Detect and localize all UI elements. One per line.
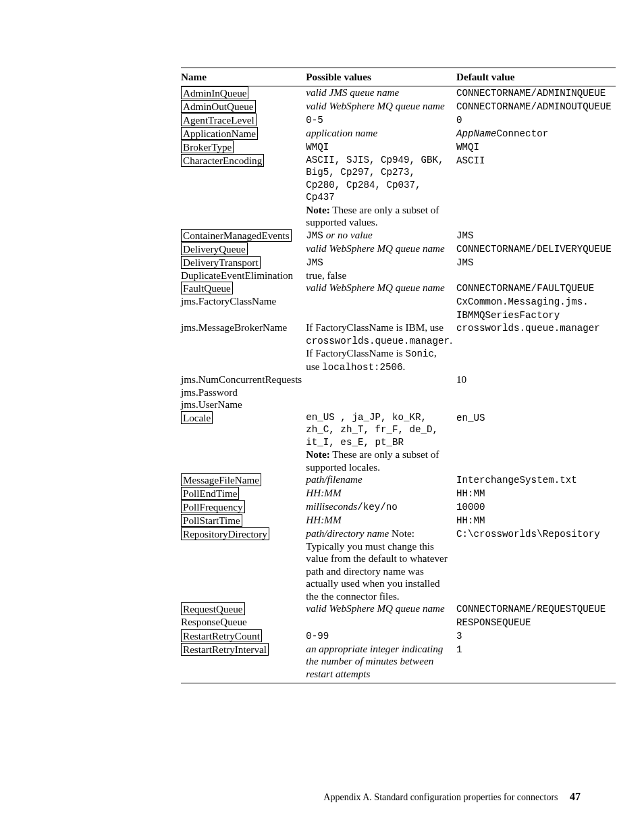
table-row: AdminOutQueuevalid WebSphere MQ queue na… [181,100,616,113]
cell-def: InterchangeSystem.txt [456,473,616,487]
cell-vals: milliseconds/key/no [306,500,456,514]
text-run: valid WebSphere MQ queue name [306,602,445,614]
text-run: 10 [456,373,466,385]
cell-def [456,398,616,411]
cell-def: JMS [456,229,616,242]
text-run: /key/no [357,502,398,513]
cell-vals: true, false [306,269,456,282]
text-run: milliseconds [306,500,357,512]
cell-vals: valid WebSphere MQ queue name [306,602,456,616]
cell-name: AdminOutQueue [181,100,306,113]
property-link[interactable]: FaultQueue [181,282,233,294]
text-run: 0 [456,115,462,126]
property-link[interactable]: ApplicationName [181,127,258,140]
cell-def: 3 [456,629,616,643]
cell-def: crossworlds.queue.manager [456,321,616,373]
text-run: jms.NumConcurrentRequests [181,373,302,385]
text-run: JMS [456,230,474,241]
cell-def: en_US [456,411,616,474]
table-row: Localeen_US , ja_JP, ko_KR, zh_C, zh_T, … [181,411,616,474]
text-run: jms.MessageBrokerName [181,321,287,333]
property-link[interactable]: DeliveryTransport [181,256,261,269]
text-run: CONNECTORNAME/ADMININQUEUE [456,88,606,99]
text-run: an appropriate integer indicating the nu… [306,643,443,679]
text-run: jms.FactoryClassName [181,295,276,307]
property-link[interactable]: ContainerManagedEvents [181,229,292,242]
text-run: jms.UserName [181,398,242,410]
cell-name: ApplicationName [181,127,306,140]
property-link[interactable]: AgentTraceLevel [181,113,257,126]
property-link[interactable]: PollStartTime [181,514,242,527]
property-link[interactable]: RestartRetryInterval [181,643,269,656]
property-link[interactable]: PollFrequency [181,500,245,513]
property-link[interactable]: RestartRetryCount [181,629,262,642]
cell-def: CONNECTORNAME/FAULTQUEUE [456,282,616,295]
text-run: or no value [323,229,373,240]
table-row: jms.MessageBrokerNameIf FactoryClassName… [181,321,616,373]
cell-def: CONNECTORNAME/ADMINOUTQUEUE [456,100,616,113]
cell-def: CONNECTORNAME/DELIVERYQUEUE [456,242,616,256]
cell-def: WMQI [456,140,616,154]
table-row: DuplicateEventEliminationtrue, false [181,269,616,282]
text-run: HH:MM [456,488,485,499]
table-row: BrokerTypeWMQIWMQI [181,140,616,154]
text-run: jms.Password [181,386,238,398]
text-run: WMQI [456,142,479,153]
property-link[interactable]: DeliveryQueue [181,242,248,255]
text-run: CONNECTORNAME/ADMINOUTQUEUE [456,101,612,112]
col-header-default: Default value [456,68,616,86]
cell-name: PollEndTime [181,487,306,500]
table-row: CharacterEncodingASCII, SJIS, Cp949, GBK… [181,154,616,229]
table-row: AdminInQueuevalid JMS queue nameCONNECTO… [181,86,616,100]
cell-name: MessageFileName [181,473,306,487]
text-run: 0-99 [306,631,329,642]
property-link[interactable]: Locale [181,411,213,424]
cell-def: 10 [456,373,616,386]
table-row: PollEndTimeHH:MMHH:MM [181,487,616,500]
cell-name: RestartRetryInterval [181,643,306,683]
cell-def [456,386,616,399]
property-link[interactable]: AdminOutQueue [181,100,256,113]
text-run: en_US [456,413,485,423]
property-link[interactable]: CharacterEncoding [181,154,264,167]
table-row: DeliveryTransportJMSJMS [181,256,616,269]
table-row: RestartRetryCount0-993 [181,629,616,643]
cell-def: CONNECTORNAME/ADMININQUEUE [456,86,616,100]
cell-name: Locale [181,411,306,474]
text-run: C:\crossworlds\Repository [456,529,600,540]
property-link[interactable]: RepositoryDirectory [181,527,269,540]
cell-def: HH:MM [456,487,616,500]
text-run: JMS [456,257,474,268]
text-run: localhost:2506 [322,362,402,373]
property-link[interactable]: MessageFileName [181,473,261,486]
property-link[interactable]: RequestQueue [181,602,245,615]
cell-vals [306,616,456,629]
text-run: HH:MM [306,487,341,498]
property-link[interactable]: PollEndTime [181,487,239,500]
text-run: AppName [456,128,497,139]
text-run: CONNECTORNAME/FAULTQUEUE [456,283,594,294]
text-run: HH:MM [306,514,341,525]
text-run: valid JMS queue name [306,86,399,98]
cell-vals: HH:MM [306,514,456,527]
footer-text: Appendix A. Standard configuration prope… [323,792,558,802]
cell-def: CONNECTORNAME/REQUESTQUEUE [456,602,616,616]
text-run: InterchangeSystem.txt [456,475,577,486]
text-run: JMS [306,230,323,241]
cell-name: RepositoryDirectory [181,527,306,602]
table-header-row: Name Possible values Default value [181,68,616,86]
cell-name: PollStartTime [181,514,306,527]
cell-name: jms.MessageBrokerName [181,321,306,373]
table-row: jms.FactoryClassNameCxCommon.Messaging.j… [181,295,616,321]
cell-vals: 0-5 [306,113,456,127]
cell-vals: JMS or no value [306,229,456,242]
cell-def: HH:MM [456,514,616,527]
property-link[interactable]: BrokerType [181,140,234,153]
text-run: path/filename [306,473,363,485]
property-link[interactable]: AdminInQueue [181,86,248,99]
text-run: crossworlds.queue.manager [306,336,450,346]
table-row: PollStartTimeHH:MMHH:MM [181,514,616,527]
cell-vals [306,386,456,399]
text-run: CONNECTORNAME/DELIVERYQUEUE [456,244,612,255]
table-row: RequestQueuevalid WebSphere MQ queue nam… [181,602,616,616]
